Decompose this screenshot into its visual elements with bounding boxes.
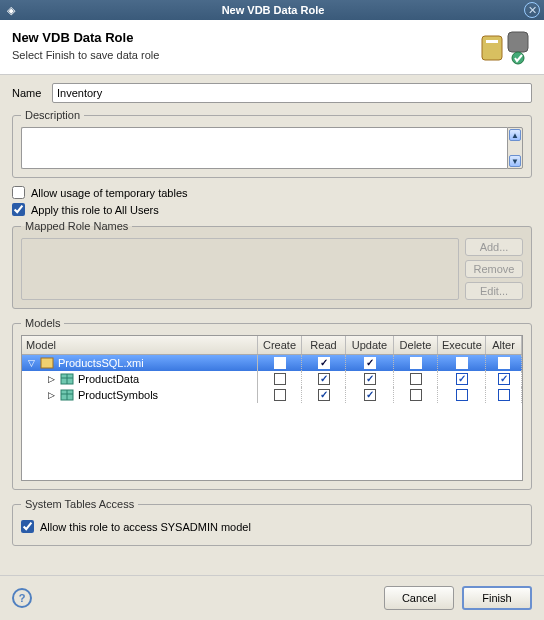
perm-update[interactable] <box>346 371 394 387</box>
col-delete[interactable]: Delete <box>394 336 438 354</box>
perm-create[interactable] <box>258 355 302 371</box>
model-icon <box>40 357 54 369</box>
mapped-roles-group: Mapped Role Names Add... Remove Edit... <box>12 220 532 309</box>
perm-delete[interactable] <box>394 371 438 387</box>
col-update[interactable]: Update <box>346 336 394 354</box>
checkbox-icon[interactable] <box>498 373 510 385</box>
allow-temp-tables-checkbox[interactable] <box>12 186 25 199</box>
checkbox-icon[interactable] <box>364 373 376 385</box>
perm-read[interactable] <box>302 371 346 387</box>
window-title: New VDB Data Role <box>22 4 524 16</box>
mapped-roles-list[interactable] <box>21 238 459 300</box>
col-model[interactable]: Model <box>22 336 258 354</box>
allow-sysadmin-label: Allow this role to access SYSADMIN model <box>40 521 251 533</box>
model-cell[interactable]: ▷ProductSymbols <box>22 387 258 403</box>
mapped-roles-legend: Mapped Role Names <box>21 220 132 232</box>
help-icon[interactable]: ? <box>12 588 32 608</box>
perm-read[interactable] <box>302 355 346 371</box>
model-row[interactable]: ▷ProductSymbols <box>22 387 522 403</box>
checkbox-icon[interactable] <box>498 357 510 369</box>
model-name: ProductData <box>78 373 139 385</box>
dialog-footer: ? Cancel Finish <box>0 575 544 620</box>
cancel-button[interactable]: Cancel <box>384 586 454 610</box>
checkbox-icon[interactable] <box>364 357 376 369</box>
perm-alter[interactable] <box>486 355 522 371</box>
checkbox-icon[interactable] <box>410 373 422 385</box>
checkbox-icon[interactable] <box>274 373 286 385</box>
checkbox-icon[interactable] <box>318 389 330 401</box>
apply-all-users-checkbox[interactable] <box>12 203 25 216</box>
model-name: ProductsSQL.xmi <box>58 357 144 369</box>
allow-temp-tables-label: Allow usage of temporary tables <box>31 187 188 199</box>
checkbox-icon[interactable] <box>364 389 376 401</box>
scroll-up-icon[interactable]: ▲ <box>509 129 521 141</box>
expand-icon[interactable]: ▽ <box>26 358 36 368</box>
checkbox-icon[interactable] <box>318 357 330 369</box>
col-read[interactable]: Read <box>302 336 346 354</box>
model-cell[interactable]: ▷ProductData <box>22 371 258 387</box>
system-tables-group: System Tables Access Allow this role to … <box>12 498 532 546</box>
perm-read[interactable] <box>302 387 346 403</box>
checkbox-icon[interactable] <box>318 373 330 385</box>
model-row[interactable]: ▽ProductsSQL.xmi <box>22 355 522 371</box>
app-icon: ◈ <box>4 3 18 17</box>
svg-rect-0 <box>482 36 502 60</box>
table-icon <box>60 389 74 401</box>
perm-execute[interactable] <box>438 387 486 403</box>
checkbox-icon[interactable] <box>410 389 422 401</box>
edit-button[interactable]: Edit... <box>465 282 523 300</box>
description-legend: Description <box>21 109 84 121</box>
table-icon <box>60 373 74 385</box>
checkbox-icon[interactable] <box>456 357 468 369</box>
perm-create[interactable] <box>258 371 302 387</box>
checkbox-icon[interactable] <box>498 389 510 401</box>
models-legend: Models <box>21 317 64 329</box>
perm-delete[interactable] <box>394 387 438 403</box>
apply-all-users-label: Apply this role to All Users <box>31 204 159 216</box>
checkbox-icon[interactable] <box>274 357 286 369</box>
description-group: Description ▲ ▼ <box>12 109 532 178</box>
models-group: Models Model Create Read Update Delete E… <box>12 317 532 490</box>
col-execute[interactable]: Execute <box>438 336 486 354</box>
svg-rect-4 <box>41 358 53 368</box>
col-alter[interactable]: Alter <box>486 336 522 354</box>
checkbox-icon[interactable] <box>410 357 422 369</box>
model-row[interactable]: ▷ProductData <box>22 371 522 387</box>
banner-icons <box>476 30 532 66</box>
scroll-down-icon[interactable]: ▼ <box>509 155 521 167</box>
svg-point-3 <box>512 52 524 64</box>
banner-heading: New VDB Data Role <box>12 30 476 45</box>
model-name: ProductSymbols <box>78 389 158 401</box>
perm-update[interactable] <box>346 355 394 371</box>
add-button[interactable]: Add... <box>465 238 523 256</box>
svg-rect-1 <box>486 40 498 43</box>
checkbox-icon[interactable] <box>456 373 468 385</box>
models-header: Model Create Read Update Delete Execute … <box>22 336 522 355</box>
checkbox-icon[interactable] <box>456 389 468 401</box>
perm-delete[interactable] <box>394 355 438 371</box>
name-input[interactable] <box>52 83 532 103</box>
name-label: Name <box>12 87 52 99</box>
allow-sysadmin-checkbox[interactable] <box>21 520 34 533</box>
remove-button[interactable]: Remove <box>465 260 523 278</box>
checkbox-icon[interactable] <box>274 389 286 401</box>
description-scrollbar[interactable]: ▲ ▼ <box>507 127 523 169</box>
col-create[interactable]: Create <box>258 336 302 354</box>
expand-icon[interactable]: ▷ <box>46 374 56 384</box>
perm-update[interactable] <box>346 387 394 403</box>
close-icon[interactable]: ✕ <box>524 2 540 18</box>
perm-alter[interactable] <box>486 371 522 387</box>
model-cell[interactable]: ▽ProductsSQL.xmi <box>22 355 258 371</box>
system-tables-legend: System Tables Access <box>21 498 138 510</box>
expand-icon[interactable]: ▷ <box>46 390 56 400</box>
svg-rect-2 <box>508 32 528 52</box>
banner: New VDB Data Role Select Finish to save … <box>0 20 544 75</box>
perm-execute[interactable] <box>438 355 486 371</box>
finish-button[interactable]: Finish <box>462 586 532 610</box>
perm-create[interactable] <box>258 387 302 403</box>
window-titlebar: ◈ New VDB Data Role ✕ <box>0 0 544 20</box>
perm-alter[interactable] <box>486 387 522 403</box>
banner-sub: Select Finish to save data role <box>12 49 476 61</box>
perm-execute[interactable] <box>438 371 486 387</box>
description-input[interactable] <box>21 127 507 169</box>
